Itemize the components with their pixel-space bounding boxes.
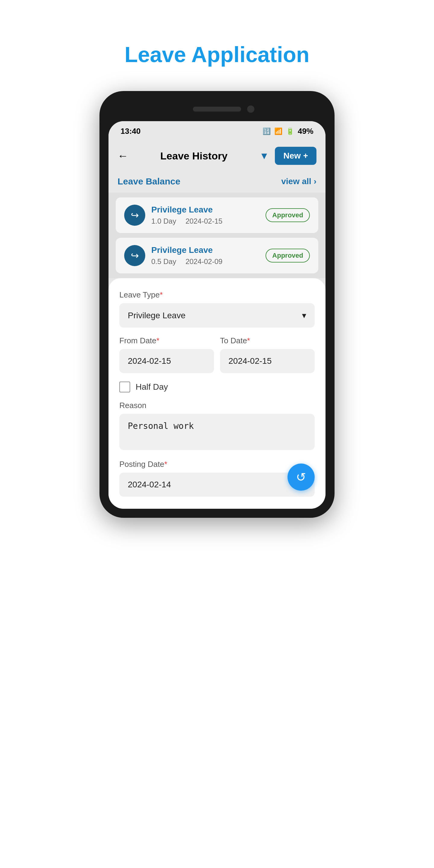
leave-type-dropdown[interactable]: Privilege Leave ▾: [119, 303, 315, 328]
from-date-label: From Date*: [119, 336, 214, 345]
leave-icon: ↪: [124, 205, 145, 226]
form-panel: Leave Type* Privilege Leave ▾ From Date*…: [108, 278, 326, 509]
refresh-fab-button[interactable]: ↺: [287, 464, 315, 491]
leave-date: 2024-02-09: [185, 257, 222, 266]
signal-icon: 📶: [274, 127, 282, 135]
leave-type-label: Leave Type*: [119, 290, 315, 300]
network-icon: 🔢: [262, 127, 271, 135]
from-date-input[interactable]: [119, 349, 214, 373]
new-button[interactable]: New +: [275, 147, 316, 165]
status-bar: 13:40 🔢 📶 🔋 49%: [108, 121, 326, 141]
status-badge: Approved: [266, 249, 310, 262]
status-badge: Approved: [266, 208, 310, 222]
leave-date: 2024-02-15: [185, 217, 222, 225]
from-date-col: From Date*: [119, 336, 214, 373]
leave-type: Privilege Leave: [151, 205, 259, 215]
reason-textarea[interactable]: Personal work: [119, 414, 315, 450]
leave-info: Privilege Leave 1.0 Day 2024-02-15: [151, 205, 259, 225]
leave-details: 1.0 Day 2024-02-15: [151, 217, 259, 225]
date-row: From Date* To Date*: [119, 336, 315, 373]
app-bar: ← Leave History ▼ New +: [108, 141, 326, 170]
to-date-input[interactable]: [220, 349, 315, 373]
leave-card[interactable]: ↪ Privilege Leave 1.0 Day 2024-02-15 App…: [116, 197, 318, 233]
to-date-label: To Date*: [220, 336, 315, 345]
leave-type-value: Privilege Leave: [128, 311, 185, 320]
status-icons: 🔢 📶 🔋 49%: [262, 127, 313, 136]
refresh-icon: ↺: [296, 470, 306, 484]
half-day-row: Half Day: [119, 381, 315, 393]
leave-info: Privilege Leave 0.5 Day 2024-02-09: [151, 245, 259, 266]
half-day-checkbox[interactable]: [119, 381, 130, 393]
leave-icon: ↪: [124, 245, 145, 266]
phone-notch: [108, 100, 326, 118]
view-all-link[interactable]: view all ›: [281, 177, 316, 186]
posting-date-input[interactable]: 2024-02-14: [119, 472, 315, 497]
posting-date-label: Posting Date*: [119, 460, 315, 469]
app-bar-title: Leave History: [134, 150, 253, 162]
half-day-label: Half Day: [135, 382, 168, 392]
leave-days: 1.0 Day: [151, 217, 176, 225]
phone-screen: 13:40 🔢 📶 🔋 49% ← Leave History ▼ New + …: [108, 121, 326, 509]
leave-balance-section: Leave Balance view all ›: [108, 170, 326, 193]
battery-percent: 49%: [298, 127, 313, 136]
phone-frame: 13:40 🔢 📶 🔋 49% ← Leave History ▼ New + …: [99, 91, 335, 518]
leave-type: Privilege Leave: [151, 245, 259, 255]
leave-days: 0.5 Day: [151, 257, 176, 266]
leave-balance-title: Leave Balance: [118, 176, 180, 187]
filter-icon[interactable]: ▼: [259, 150, 269, 161]
back-button[interactable]: ←: [118, 150, 128, 162]
reason-label: Reason: [119, 401, 315, 410]
leave-card[interactable]: ↪ Privilege Leave 0.5 Day 2024-02-09 App…: [116, 238, 318, 273]
phone-speaker: [193, 107, 241, 112]
phone-camera: [247, 105, 254, 113]
leave-cards-area: ↪ Privilege Leave 1.0 Day 2024-02-15 App…: [108, 193, 326, 278]
to-date-col: To Date*: [220, 336, 315, 373]
chevron-down-icon: ▾: [302, 310, 306, 320]
page-title: Leave Application: [124, 42, 309, 67]
status-time: 13:40: [121, 127, 141, 136]
leave-details: 0.5 Day 2024-02-09: [151, 257, 259, 266]
battery-icon: 🔋: [286, 127, 294, 135]
